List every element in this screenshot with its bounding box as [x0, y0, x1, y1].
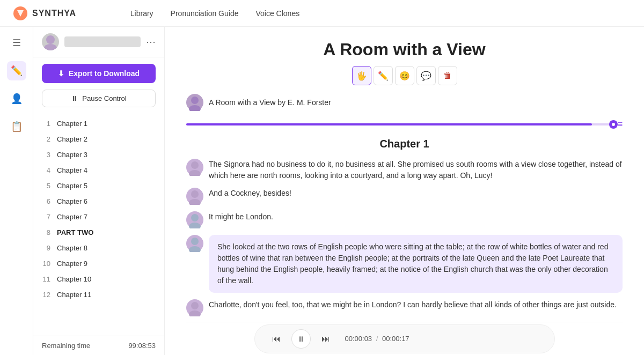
user-icon[interactable]: 👤 [7, 89, 26, 108]
comment-button[interactable]: 💬 [416, 66, 436, 85]
chapter-item-6[interactable]: 6 Chapter 6 [33, 194, 164, 209]
hand-tool-button[interactable]: 🖐 [352, 66, 371, 85]
svg-point-7 [189, 170, 201, 176]
svg-point-2 [46, 35, 55, 44]
chapter-item-12[interactable]: 12 Chapter 11 [33, 287, 164, 302]
chapter-item-5[interactable]: 5 Chapter 5 [33, 178, 164, 194]
chapter-label: Chapter 3 [57, 151, 87, 159]
chapter-num: 8 [42, 228, 50, 236]
delete-button[interactable]: 🗑 [438, 66, 457, 85]
player-bar: ⏮ ⏸ ⏭ 00:00:03 / 00:00:17 [186, 322, 623, 355]
nav-pronunciation[interactable]: Pronunciation Guide [171, 9, 239, 18]
pause-button-label: Pause Control [82, 94, 126, 102]
svg-point-5 [189, 105, 201, 111]
chapter-item-3[interactable]: 3 Chapter 3 [33, 147, 164, 162]
menu-icon[interactable]: ☰ [7, 33, 26, 53]
export-button-label: Export to Download [69, 69, 140, 78]
remaining-label: Remaining time [42, 342, 90, 350]
chapter-label: Chapter 6 [57, 197, 87, 205]
chapter-item-8[interactable]: 8 PART TWO [33, 225, 164, 240]
synthya-logo-icon [13, 6, 28, 21]
document-icon[interactable]: 📋 [7, 117, 26, 136]
player-current-time: 00:00:03 / 00:00:17 [345, 335, 409, 343]
progress-dot [609, 120, 618, 129]
play-pause-button[interactable]: ⏸ [291, 329, 311, 349]
chapter-label: Chapter 9 [57, 260, 87, 268]
svg-point-6 [191, 161, 199, 169]
svg-point-12 [191, 238, 199, 245]
message-avatar [186, 188, 203, 205]
chapter-label: Chapter 2 [57, 135, 87, 143]
download-icon: ⬇ [58, 69, 64, 78]
svg-point-9 [189, 199, 201, 205]
author-avatar [186, 94, 203, 111]
chapter-item-4[interactable]: 4 Chapter 4 [33, 162, 164, 178]
chapter-num: 3 [42, 151, 50, 159]
content-area: A Room with a View 🖐 ✏️ 😊 💬 🗑 A Room wit… [165, 27, 644, 355]
rewind-button[interactable]: ⏮ [268, 330, 285, 347]
chapter-list: 1 Chapter 1 2 Chapter 2 3 Chapter 3 4 Ch… [33, 114, 164, 336]
progress-fill [186, 123, 592, 125]
chapter-item-10[interactable]: 10 Chapter 9 [33, 256, 164, 271]
chapter-num: 1 [42, 120, 50, 128]
export-button[interactable]: ⬇ Export to Download [42, 64, 156, 83]
message-avatar [186, 159, 203, 176]
emoji-button[interactable]: 😊 [395, 66, 414, 85]
message-text: The Signora had no business to do it, no… [209, 159, 623, 181]
svg-point-14 [191, 302, 199, 309]
chapter-item-9[interactable]: 9 Chapter 8 [33, 240, 164, 256]
chapter-heading: Chapter 1 [186, 138, 623, 150]
sidebar-title-placeholder [64, 36, 141, 47]
message-text: Charlotte, don't you feel, too, that we … [209, 299, 617, 310]
message-row-m1: The Signora had no business to do it, no… [186, 159, 623, 181]
svg-point-13 [189, 246, 201, 252]
chapter-label: Chapter 4 [57, 166, 87, 174]
nav-links: Library Pronunciation Guide Voice Clones [76, 9, 354, 18]
chapter-num: 9 [42, 244, 50, 252]
pause-control-button[interactable]: ⏸ Pause Control [42, 90, 156, 107]
list-view-icon[interactable]: ≡ [618, 120, 623, 129]
chapter-num: 10 [42, 260, 50, 268]
top-nav: SYNTHYA Library Pronunciation Guide Voic… [0, 0, 644, 27]
svg-point-4 [191, 97, 199, 104]
message-text: And a Cockney, besides! [209, 188, 291, 199]
logo-area: SYNTHYA [13, 6, 76, 21]
chapter-num: 4 [42, 166, 50, 174]
nav-library[interactable]: Library [130, 9, 153, 18]
sidebar: ⋯ ⬇ Export to Download ⏸ Pause Control 1… [33, 27, 165, 355]
chapter-item-1[interactable]: 1 Chapter 1 [33, 116, 164, 131]
chapter-label: Chapter 10 [57, 275, 91, 283]
chapter-item-11[interactable]: 11 Chapter 10 [33, 271, 164, 287]
chapter-num: 5 [42, 182, 50, 190]
svg-point-3 [44, 44, 57, 50]
progress-bar[interactable] [186, 123, 613, 125]
chapter-num: 7 [42, 213, 50, 221]
message-avatar [186, 211, 203, 228]
chapter-label: Chapter 5 [57, 182, 87, 190]
sidebar-header: ⋯ [33, 27, 164, 57]
chapter-num: 12 [42, 291, 50, 299]
message-avatar [186, 235, 203, 252]
messages-area: The Signora had no business to do it, no… [186, 159, 623, 322]
chapter-item-2[interactable]: 2 Chapter 2 [33, 131, 164, 147]
text-edit-button[interactable]: ✏️ [374, 66, 393, 85]
sidebar-options-icon[interactable]: ⋯ [146, 36, 156, 48]
nav-voice-clones[interactable]: Voice Clones [255, 9, 299, 18]
svg-point-8 [191, 190, 199, 198]
svg-point-11 [189, 223, 201, 228]
message-row-m5: Charlotte, don't you feel, too, that we … [186, 299, 623, 316]
book-title: A Room with a View [186, 27, 623, 66]
message-row-m2: And a Cockney, besides! [186, 188, 623, 205]
fast-forward-button[interactable]: ⏭ [317, 330, 334, 347]
pause-icon: ⏸ [71, 94, 78, 102]
chapter-num: 11 [42, 275, 50, 283]
message-row-m3: It might be London. [186, 211, 623, 228]
author-line: A Room with a View by E. M. Forster [186, 94, 623, 111]
svg-point-15 [189, 310, 201, 316]
main-layout: ☰ ✏️ 👤 📋 ⋯ ⬇ Export to Download ⏸ Pause … [0, 27, 644, 355]
edit-icon[interactable]: ✏️ [7, 61, 26, 80]
progress-line: ≡ [186, 120, 623, 129]
chapter-item-7[interactable]: 7 Chapter 7 [33, 209, 164, 225]
chapter-label: Chapter 7 [57, 213, 87, 221]
message-text: It might be London. [209, 211, 273, 223]
